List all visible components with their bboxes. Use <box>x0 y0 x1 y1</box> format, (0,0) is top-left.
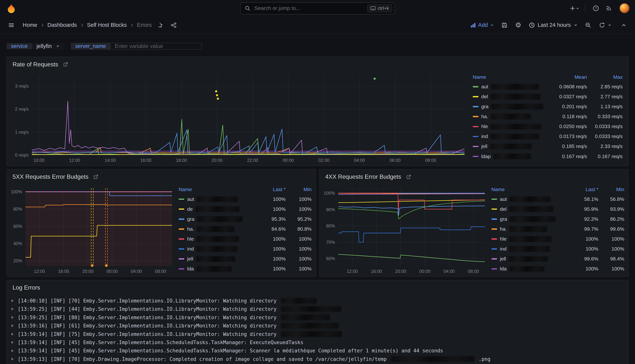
legend-column-last[interactable]: Last * <box>566 186 598 192</box>
panel-header[interactable]: 4XX Requests Error Budgets <box>320 170 628 184</box>
legend-value: 2.85 req/s <box>587 84 622 90</box>
log-row[interactable]: [13:59:25] [INF] [44] Emby.Server.Implem… <box>11 305 624 313</box>
legend-row[interactable]: ldap0.167 req/s0.167 req/s <box>473 151 622 161</box>
legend-row[interactable]: ind100%100% <box>179 244 311 254</box>
legend-row[interactable]: gra92.2%86.2% <box>491 214 624 224</box>
legend-row[interactable]: hle0.0250 req/s0.0333 req/s <box>473 122 622 132</box>
menu-button[interactable] <box>6 20 17 31</box>
expand-icon[interactable] <box>11 316 14 319</box>
panel-header[interactable]: Rate of Requests <box>7 57 628 72</box>
legend-row[interactable]: gra95.3%95.2% <box>179 214 311 224</box>
breadcrumb-home[interactable]: Home <box>23 22 37 28</box>
variables-row: service jellyfin server_name <box>7 40 629 53</box>
legend-row[interactable]: de100%100% <box>179 204 311 214</box>
zoom-out-button[interactable] <box>582 20 594 31</box>
legend-column-mean[interactable]: Mean <box>545 74 587 80</box>
gear-icon: ⚙ <box>515 22 521 29</box>
legend-column-min[interactable]: Min <box>598 186 624 192</box>
legend-row[interactable]: del0.0327 req/s2.77 req/s <box>473 92 622 102</box>
favorite-button[interactable] <box>154 20 166 31</box>
time-series-plot[interactable]: 12:0016:0020:0000:0004:0008:0060%70%80%9… <box>321 184 488 275</box>
expand-icon[interactable] <box>11 299 14 302</box>
series-color-dash <box>491 198 497 200</box>
legend-row[interactable]: ha.84.6%80.8% <box>179 224 311 234</box>
legend-row[interactable]: del95.9%93.9% <box>491 204 624 214</box>
legend-row[interactable]: aut58.1%56.8% <box>491 194 624 204</box>
settings-button[interactable]: ⚙ <box>512 20 524 31</box>
new-button[interactable] <box>569 3 580 14</box>
breadcrumb-dashboards[interactable]: Dashboards <box>48 22 77 28</box>
panel-header[interactable]: Log Errors <box>7 280 628 295</box>
legend-row[interactable]: jell99.6%98.4% <box>491 254 624 264</box>
external-link-icon[interactable] <box>63 62 68 67</box>
legend-value: 100% <box>598 236 624 242</box>
legend-table: NameLast *Minaut58.1%56.8%del95.9%93.9%g… <box>488 184 624 275</box>
time-series-plot[interactable]: 10:0012:0014:0016:0018:0020:0022:0000:00… <box>9 72 468 164</box>
legend-row[interactable]: lda100%100% <box>491 264 624 274</box>
legend-value: 0.118 req/s <box>545 114 587 120</box>
legend-row[interactable]: ind0.0173 req/s0.0333 req/s <box>473 132 622 142</box>
expand-icon[interactable] <box>11 324 14 328</box>
legend-row[interactable]: aut0.0608 req/s2.85 req/s <box>473 82 622 92</box>
expand-icon[interactable] <box>11 357 14 361</box>
legend-column-name[interactable]: Name <box>473 74 545 80</box>
redacted-name <box>197 246 237 252</box>
save-button[interactable] <box>499 20 510 31</box>
news-button[interactable] <box>603 3 614 14</box>
series-name: aut <box>500 196 507 202</box>
server-name-input[interactable] <box>110 43 202 50</box>
search-input[interactable] <box>254 5 364 12</box>
user-avatar[interactable] <box>619 3 629 13</box>
legend-row[interactable]: hle100%100% <box>491 234 624 244</box>
clock-icon <box>529 22 535 28</box>
legend-row[interactable]: hle100%100% <box>179 234 311 244</box>
plus-icon <box>569 5 575 11</box>
log-row[interactable]: [13:59:13] [INF] [70] Emby.Drawing.Image… <box>11 355 624 363</box>
log-row[interactable]: [14:00:10] [INF] [70] Emby.Server.Implem… <box>11 296 624 305</box>
collapse-toolbar-button[interactable] <box>618 20 629 31</box>
star-icon <box>157 22 163 28</box>
grafana-logo[interactable] <box>6 3 17 14</box>
legend-value: 0.0250 req/s <box>545 124 587 130</box>
legend-column-min[interactable]: Min <box>286 186 311 192</box>
save-icon <box>501 22 507 28</box>
log-row[interactable]: [13:59:16] [INF] [61] Emby.Server.Implem… <box>11 322 624 330</box>
legend-row[interactable]: aut100%100% <box>179 194 311 204</box>
legend-row[interactable]: jell100%100% <box>179 254 311 264</box>
legend-column-name[interactable]: Name <box>179 186 253 192</box>
legend-column-max[interactable]: Max <box>587 74 622 80</box>
expand-icon[interactable] <box>11 332 14 336</box>
expand-icon[interactable] <box>11 340 14 344</box>
time-range-picker[interactable]: Last 24 hours <box>526 22 580 28</box>
breadcrumb-folder[interactable]: Self Host Blocks <box>87 22 127 28</box>
legend-row[interactable]: lda100%100% <box>179 264 311 274</box>
variable-service-select[interactable]: jellyfin <box>32 43 64 49</box>
log-row[interactable]: [13:59:14] [INF] [45] Emby.Server.Implem… <box>11 338 624 346</box>
add-button[interactable]: Add <box>468 22 496 28</box>
external-link-icon[interactable] <box>93 174 99 180</box>
legend-row[interactable]: ha.99.7%99.6% <box>491 224 624 234</box>
top-right-actions: ? <box>569 3 629 14</box>
legend-value: 93.9% <box>598 206 624 212</box>
add-panel-icon <box>470 22 476 28</box>
legend-row[interactable]: ind100%100% <box>491 244 624 254</box>
panel-header[interactable]: 5XX Requests Error Budgets <box>7 170 316 184</box>
panel-title: 4XX Requests Error Budgets <box>325 173 401 180</box>
legend-column-name[interactable]: Name <box>491 186 566 192</box>
refresh-button[interactable] <box>596 20 612 31</box>
expand-icon[interactable] <box>11 307 14 311</box>
expand-icon[interactable] <box>11 349 14 352</box>
search-box[interactable]: ctrl+k <box>240 2 395 14</box>
legend-row[interactable]: ha.0.118 req/s0.333 req/s <box>473 112 622 122</box>
log-row[interactable]: [13:59:14] [INF] [75] Emby.Server.Implem… <box>11 330 624 338</box>
external-link-icon[interactable] <box>406 174 411 180</box>
top-navigation: ctrl+k ? <box>0 0 635 17</box>
log-row[interactable]: [13:59:14] [INF] [45] Emby.Server.Implem… <box>11 346 624 355</box>
log-row[interactable]: [13:59:25] [INF] [80] Emby.Server.Implem… <box>11 313 624 322</box>
help-button[interactable]: ? <box>590 3 601 14</box>
legend-column-last[interactable]: Last * <box>253 186 286 192</box>
time-series-plot[interactable]: 12:0016:0020:0000:0004:0008:0020%40%60%8… <box>9 184 176 275</box>
legend-row[interactable]: jell0.185 req/s2.33 req/s <box>473 142 622 151</box>
legend-row[interactable]: gra0.201 req/s1.13 req/s <box>473 102 622 112</box>
share-button[interactable] <box>168 20 179 31</box>
